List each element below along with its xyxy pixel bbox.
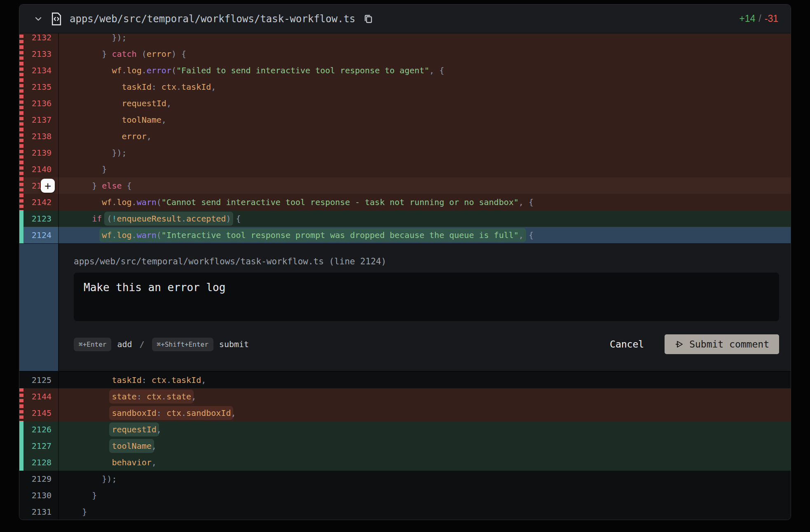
code-token: , [231,408,236,418]
code-token [62,392,112,401]
code-token: { [122,181,132,191]
code-token: : [142,375,152,385]
code-token: , [211,82,216,92]
submit-comment-button[interactable]: Submit comment [665,334,779,354]
submit-shortcut-label: submit [219,339,249,349]
diff-row-2130: 2130 } [19,487,791,504]
diff-row-2129: 2129 }); [19,471,791,487]
deletions-count: -31 [765,13,778,24]
line-number: 2140 [19,161,58,177]
code-line: requestId, [58,95,791,112]
code-token: log [117,230,131,240]
diff-row-2139: 2139 }); [19,145,791,161]
code-token: : [152,82,162,92]
additions-count: +14 [739,13,755,24]
line-gutter: 2145 [19,405,58,421]
line-number: 2123 [19,210,58,227]
code-token: behavior [112,457,151,467]
code-token: ctx [166,408,181,418]
inline-comment-panel: apps/web/src/temporal/workflows/task-wor… [19,243,791,372]
comment-footer: ⌘+Enter add / ⌘+Shift+Enter submit Cance… [74,334,779,354]
copy-path-icon[interactable] [363,14,374,24]
line-gutter: 2134 [19,62,58,79]
diff-row-2138: 2138 error, [19,128,791,145]
code-line: wf.log.error("Failed to send interactive… [58,62,791,79]
code-token: sandboxId [112,408,156,418]
code-block-bottom: 2125 taskId: ctx.taskId,2144 state: ctx.… [19,372,791,520]
code-token: ctx [152,375,166,385]
code-token: ) [226,214,231,224]
line-gutter: 2123 [19,210,58,227]
code-token [62,65,112,75]
code-token: , [166,98,171,108]
line-gutter: 2140 [19,161,58,177]
diff-header: apps/web/src/temporal/workflows/task-wor… [19,5,791,33]
code-line: } [58,487,791,504]
code-token: { [524,230,534,240]
code-token: state [112,392,136,401]
line-gutter: 2137 [19,112,58,128]
code-token: : [157,408,166,418]
line-number: 2125 [19,372,58,388]
comment-gutter [19,244,58,371]
diff-row-2133: 2133 } catch (error) { [19,46,791,62]
line-gutter: 2131 [19,504,58,520]
file-diff-panel: apps/web/src/temporal/workflows/task-wor… [19,4,791,520]
line-gutter: 2139 [19,145,58,161]
diff-marker [19,79,23,95]
code-token: ( [107,214,112,224]
code-token: . [176,82,181,92]
line-number: 2129 [19,471,58,487]
file-code-icon [51,12,62,26]
line-number: 2130 [19,487,58,504]
diff-marker [19,177,23,194]
code-token: enqueueResult [117,214,181,224]
line-number: 2134 [19,62,58,79]
code-token: } [62,181,102,191]
code-token: "Cannot send interactive tool response -… [162,197,519,207]
code-token: { [231,214,241,224]
cancel-button[interactable]: Cancel [602,335,651,354]
code-token [62,131,122,141]
code-token: taskId [112,375,141,385]
diff-marker [19,128,23,145]
comment-input[interactable]: Make this an error log [74,273,779,321]
line-gutter: 2127 [19,438,58,454]
code-token: , [152,457,157,467]
line-number: 2137 [19,112,58,128]
line-gutter: 2132 [19,33,58,46]
code-line: behavior, [58,454,791,471]
code-token [62,115,122,125]
code-token: . [181,214,186,224]
word-diff-highlight: toolName [109,439,154,453]
diff-row-2135: 2135 taskId: ctx.taskId, [19,79,791,95]
submit-comment-label: Submit comment [689,339,769,350]
add-comment-button[interactable]: + [41,179,55,193]
diff-marker [19,421,23,438]
diff-marker [19,372,23,388]
code-token: , [162,115,166,125]
shortcut-separator: / [138,339,146,349]
diff-marker [19,405,23,421]
diff-row-2137: 2137 toolName, [19,112,791,128]
line-number: 2145 [19,405,58,421]
chevron-down-icon[interactable] [33,14,43,24]
line-number: 2132 [19,33,58,46]
code-block-top: 2132 });2133 } catch (error) {2134 wf.lo… [19,33,791,243]
comment-context-path: apps/web/src/temporal/workflows/task-wor… [74,256,779,267]
code-token: , [201,375,206,385]
code-token [62,408,112,418]
kbd-submit-shortcut: ⌘+Shift+Enter [152,338,213,351]
code-token: , { [519,197,534,207]
code-token: toolName [112,441,151,451]
code-token: catch [112,49,136,59]
code-token: , { [429,65,444,75]
code-token [62,457,112,467]
diff-marker [19,161,23,177]
line-gutter: 2133 [19,46,58,62]
code-token: ( [157,197,162,207]
code-line: wf.log.warn("Interactive tool response p… [58,227,791,243]
code-token: }); [62,148,127,158]
line-gutter: 2125 [19,372,58,388]
line-number: 2142 [19,194,58,210]
